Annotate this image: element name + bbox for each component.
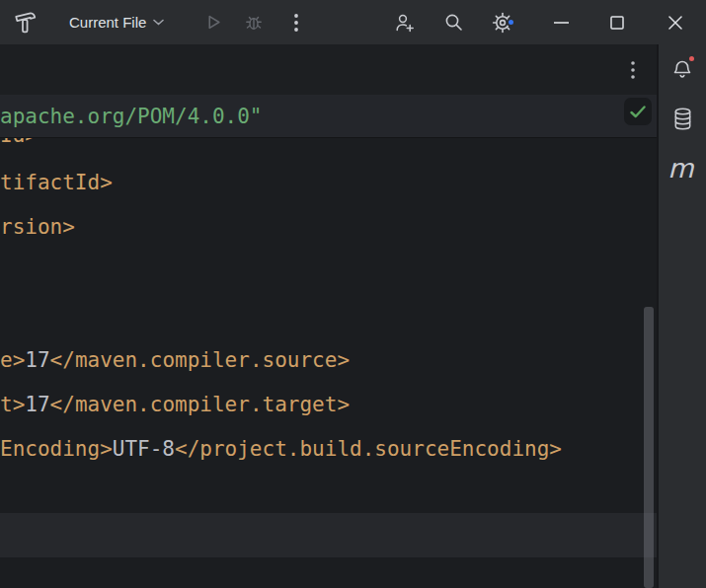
settings-button[interactable] [488,0,517,44]
kebab-menu-icon [294,14,298,32]
code-line: Encoding>UTF-8</project.build.sourceEnco… [0,437,562,461]
database-tool-button[interactable] [666,102,699,135]
minimize-icon [554,22,569,24]
title-bar: Current File [0,0,706,44]
bug-icon [245,14,263,32]
tab-options-button[interactable] [623,59,643,80]
add-user-icon [394,12,416,34]
more-actions-button[interactable] [283,0,309,44]
editor-scrollbar-thumb[interactable] [644,307,654,588]
gear-icon [492,12,513,34]
notification-badge [687,54,696,63]
code-line: tifactId> [0,171,113,194]
window-minimize-button[interactable] [539,0,583,44]
run-configuration-selector[interactable]: Current File [69,0,164,44]
kebab-menu-icon [631,61,635,79]
chevron-down-icon [153,19,164,26]
play-icon [205,14,222,31]
editor-surface[interactable]: Id>tifactId>rsion>e>17</maven.compiler.s… [0,44,657,588]
code-line: rsion> [0,215,75,239]
code-line: t>17</maven.compiler.target> [0,393,350,416]
code-with-me-button[interactable] [391,0,419,44]
right-tool-stripe: m [657,44,706,588]
database-icon [671,107,694,131]
inspections-widget[interactable] [624,98,652,125]
code-line: e>17</maven.compiler.source> [0,348,350,372]
app-icon-button[interactable] [8,0,41,44]
search-icon [443,12,464,33]
editor-tab-bar [0,44,657,95]
sticky-header-line[interactable]: apache.org/POM/4.0.0" [0,95,657,138]
run-configuration-label: Current File [69,14,146,31]
maven-tool-button[interactable]: m [666,151,699,184]
check-icon [630,106,646,118]
maximize-icon [610,16,624,30]
debug-button[interactable] [240,0,268,44]
maven-icon: m [667,155,696,182]
main-content: Id>tifactId>rsion>e>17</maven.compiler.s… [0,44,706,588]
sticky-line-text: apache.org/POM/4.0.0" [0,105,263,128]
window-close-button[interactable] [654,0,697,44]
close-icon [668,16,682,30]
notifications-button[interactable] [666,52,699,86]
search-everywhere-button[interactable] [439,0,467,44]
run-button[interactable] [199,0,227,44]
window-maximize-button[interactable] [595,0,639,44]
hammer-icon [12,9,39,36]
settings-notification-dot [507,18,515,27]
